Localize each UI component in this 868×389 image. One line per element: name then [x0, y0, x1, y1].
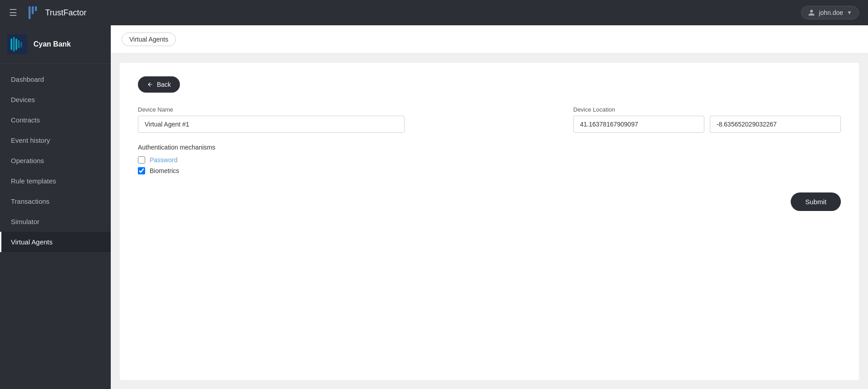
user-menu[interactable]: john.doe ▼: [801, 6, 859, 19]
topbar-left: ☰ TrustFactor: [9, 5, 86, 21]
password-checkbox-row: Password: [138, 156, 841, 164]
sidebar-item-virtual-agents[interactable]: Virtual Agents: [0, 232, 111, 252]
org-name: Cyan Bank: [33, 40, 71, 48]
sidebar-item-dashboard[interactable]: Dashboard: [0, 69, 111, 89]
form-card: Back Device Name Device Location Authent…: [120, 63, 859, 380]
breadcrumb: Virtual Agents: [122, 33, 176, 46]
location-lng-input[interactable]: [710, 116, 841, 133]
biometrics-label[interactable]: Biometrics: [150, 167, 179, 174]
org-header: Cyan Bank: [0, 25, 111, 64]
device-name-input[interactable]: [138, 116, 405, 133]
sidebar-item-label: Operations: [11, 157, 44, 164]
sidebar-item-label: Transactions: [11, 197, 49, 205]
user-label: john.doe: [819, 9, 843, 16]
svg-rect-2: [35, 6, 37, 11]
biometrics-checkbox-row: Biometrics: [138, 167, 841, 174]
sidebar-item-label: Contracts: [11, 116, 40, 124]
org-logo: [7, 34, 27, 54]
sidebar-item-devices[interactable]: Devices: [0, 89, 111, 110]
sidebar-item-event-history[interactable]: Event history: [0, 130, 111, 150]
sidebar-item-label: Simulator: [11, 218, 39, 225]
svg-rect-4: [13, 37, 15, 52]
sidebar-item-label: Virtual Agents: [11, 238, 52, 246]
user-icon: [808, 9, 815, 16]
device-location-label: Device Location: [573, 106, 841, 113]
sidebar-item-label: Dashboard: [11, 75, 44, 83]
device-form-row: Device Name Device Location: [138, 106, 841, 133]
location-lat-input[interactable]: [573, 116, 704, 133]
breadcrumb-bar: Virtual Agents: [111, 25, 868, 54]
nav-items: Dashboard Devices Contracts Event histor…: [0, 64, 111, 389]
submit-button[interactable]: Submit: [791, 192, 841, 211]
brand: TrustFactor: [24, 5, 86, 21]
device-name-group: Device Name: [138, 106, 564, 133]
sidebar: Cyan Bank Dashboard Devices Contracts Ev…: [0, 25, 111, 389]
sidebar-item-contracts[interactable]: Contracts: [0, 110, 111, 130]
chevron-down-icon: ▼: [847, 9, 852, 16]
sidebar-item-operations[interactable]: Operations: [0, 150, 111, 171]
svg-rect-0: [28, 6, 30, 19]
auth-mechanisms-label: Authentication mechanisms: [138, 144, 841, 151]
back-button[interactable]: Back: [138, 76, 180, 93]
sidebar-item-label: Rule templates: [11, 177, 56, 185]
sidebar-item-rule-templates[interactable]: Rule templates: [0, 171, 111, 191]
brand-name: TrustFactor: [45, 8, 86, 18]
sidebar-item-label: Event history: [11, 136, 50, 144]
svg-rect-5: [15, 38, 17, 50]
device-location-group: Device Location: [573, 106, 841, 133]
auth-mechanisms-section: Authentication mechanisms Password Biome…: [138, 144, 841, 174]
password-checkbox[interactable]: [138, 156, 145, 164]
sidebar-item-label: Devices: [11, 96, 35, 103]
brand-icon: [24, 5, 41, 21]
back-label: Back: [157, 81, 171, 88]
arrow-left-icon: [147, 81, 153, 88]
svg-rect-6: [18, 40, 20, 48]
topbar: ☰ TrustFactor john.doe ▼: [0, 0, 868, 25]
hamburger-icon[interactable]: ☰: [9, 7, 17, 18]
sidebar-item-simulator[interactable]: Simulator: [0, 211, 111, 232]
main-layout: Cyan Bank Dashboard Devices Contracts Ev…: [0, 25, 868, 389]
device-name-label: Device Name: [138, 106, 564, 113]
password-label[interactable]: Password: [150, 156, 177, 164]
svg-rect-1: [32, 6, 33, 14]
form-footer: Submit: [138, 192, 841, 211]
biometrics-checkbox[interactable]: [138, 167, 145, 174]
sidebar-item-transactions[interactable]: Transactions: [0, 191, 111, 211]
svg-rect-7: [20, 42, 22, 48]
svg-rect-3: [10, 38, 12, 50]
content-area: Virtual Agents Back Device Name Device L…: [111, 25, 868, 389]
topbar-right: john.doe ▼: [801, 6, 859, 19]
